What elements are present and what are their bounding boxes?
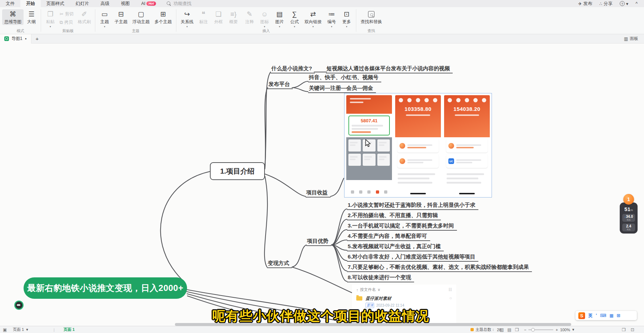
menu-view[interactable]: 视图	[115, 0, 136, 7]
help-button[interactable]: ? ▾	[617, 1, 631, 6]
menu-page-style[interactable]: 页面样式	[41, 0, 70, 7]
topic-answer[interactable]: 短视频达人通过各媒体平台发布关于小说内容的视频	[326, 65, 453, 73]
ime-toolbar[interactable]: S 英 ' ⌨ ▦ ⊞	[575, 311, 637, 320]
view-mode-2-icon[interactable]: ▤	[507, 327, 511, 332]
menu-advanced[interactable]: 高级	[95, 0, 115, 7]
upload-speed-chip: 2.4 K/s	[622, 224, 635, 231]
subtopic-button[interactable]: ⊟ 子主题	[112, 9, 130, 25]
mindmap-canvas[interactable]: 1.项目介绍 什么是小说推文? 短视频达人通过各媒体平台发布关于小说内容的视频 …	[0, 0, 644, 333]
folder-date: 2023-09-22 11:14	[376, 303, 404, 307]
ime-handwriting-icon[interactable]: ▦	[609, 313, 613, 318]
emoji-icon-button[interactable]: ☺ 图标 ▾	[257, 9, 272, 28]
topic-income[interactable]: 项目收益	[306, 189, 331, 198]
zoom-slider[interactable]	[528, 329, 553, 330]
phone3-list	[444, 168, 490, 184]
placeholder-bar	[352, 128, 378, 130]
fullscreen-icon[interactable]: ❒	[622, 327, 626, 332]
bidirectional-link-button[interactable]: ⇄ 双向链接 ▾	[302, 9, 324, 28]
mascot-icon	[399, 158, 405, 164]
ime-punctuation-icon[interactable]: '	[596, 313, 597, 318]
summary-button[interactable]: ≡} 概要	[226, 9, 241, 25]
menu-home[interactable]: 开始	[20, 0, 41, 7]
advantage-item-8[interactable]: 8.可以收徒来进行一个变现	[347, 274, 414, 282]
outline-mode-button[interactable]: ☰ 大纲	[24, 9, 39, 25]
page-select-dropdown[interactable]: 页面 1 ▾	[13, 326, 28, 333]
zoom-level[interactable]: 100%	[560, 328, 570, 332]
root-topic-banner[interactable]: 最新右豹地铁小说推文变现，日入2000+	[24, 277, 187, 299]
menu-bar: 文件 开始 页面样式 幻灯片 高级 视图 AI Hot 功能查找 ✈ 发布 ∴ …	[0, 0, 644, 7]
phone3-card-1	[446, 139, 488, 153]
ime-keyboard-icon[interactable]: ⌨	[600, 313, 606, 318]
share-icon: ∴	[599, 1, 602, 6]
find-replace-button[interactable]: 查找和替换	[358, 9, 384, 25]
file-row[interactable]: 蛋仔派对素材 置顶 2023-09-22 11:14 ○	[356, 296, 452, 308]
advantage-item-5[interactable]: 5.发布视频就可以产生收益，真正0门槛	[347, 243, 444, 251]
advantage-item-4[interactable]: 4.不需要生产内容，简单配音即可	[347, 233, 430, 241]
topic-platform-child-1[interactable]: 抖音、快手、小红书、视频号	[308, 74, 381, 82]
copy-icon: ⧉	[60, 20, 63, 25]
phone2-home-indicator	[410, 193, 426, 194]
speed-monitor-widget[interactable]: 1 51% ↓34.0 K/s 2.4 K/s	[620, 194, 638, 234]
file-sort-row[interactable]: ↑ 按文件名 ∨ ☷	[356, 287, 452, 292]
sogou-logo-icon[interactable]: S	[578, 312, 585, 319]
collapse-ribbon-button[interactable]: ^	[633, 1, 640, 6]
image-button[interactable]: ▤ 图片 ▾	[272, 9, 287, 28]
zoom-out-button[interactable]: −	[524, 328, 526, 332]
view-mode-3-icon[interactable]: ❒	[515, 327, 519, 332]
horizontal-scrollbar[interactable]	[175, 323, 571, 326]
ime-toolbox-icon[interactable]: ⊞	[617, 313, 620, 318]
group-label-clipboard: 剪贴板	[41, 29, 95, 34]
copy-button[interactable]: ⧉ 拷贝	[58, 19, 75, 26]
formula-icon: ∑	[292, 10, 297, 19]
relation-line-button[interactable]: ↪ 关系线 ▾	[178, 9, 196, 28]
advantage-item-6[interactable]: 6.对小白非常友好，入门难度远低于其他短视频等项目	[347, 253, 478, 262]
feature-search[interactable]: 功能查找	[167, 1, 191, 7]
advantage-item-1[interactable]: 1.小说推文暂时还处于蓝海阶段，抖音上明显供小于求	[347, 202, 478, 210]
topic-platform[interactable]: 发布平台	[268, 81, 293, 89]
topic-count-icon	[471, 328, 474, 331]
publish-icon: ✈	[578, 1, 582, 6]
panel-toggle-button[interactable]: ▥ 面板	[624, 36, 644, 42]
placeholder-bar	[350, 98, 371, 99]
multi-topic-button[interactable]: ⊞ 多个主题	[152, 9, 174, 25]
topic-advantage[interactable]: 项目优势	[306, 238, 331, 246]
add-tab-button[interactable]: +	[31, 36, 43, 42]
page-overview-icon[interactable]: ▣	[3, 326, 7, 333]
mindmap-mode-button[interactable]: ⌘ 思维导图	[2, 9, 24, 25]
cut-button[interactable]: ✂ 剪切	[58, 11, 75, 17]
select-radio-icon[interactable]: ○	[449, 296, 452, 301]
topic-question[interactable]: 什么是小说推文?	[271, 65, 315, 73]
placeholder-bar	[406, 114, 430, 116]
placeholder-card	[348, 139, 361, 152]
topic-monetize[interactable]: 变现方式	[267, 260, 292, 268]
formula-button[interactable]: ∑ 公式 ▾	[287, 9, 302, 28]
paste-button[interactable]: ❐ 粘贴 ▾	[43, 9, 57, 28]
subtopic-icon: ⊟	[118, 10, 124, 19]
advantage-item-2[interactable]: 2.不用拍摄出镜、不用直播、只需剪辑	[347, 212, 441, 220]
fit-window-icon[interactable]: ⊡	[631, 327, 634, 332]
panel-icon: ▥	[624, 36, 628, 41]
advantage-item-7[interactable]: 7.只要足够耐心，不断去优化视频、素材、选文，积累实战经验都能拿到成果	[347, 264, 532, 272]
advantage-item-3[interactable]: 3.一台手机就可以搞定，不需要耗费太多时间	[347, 222, 457, 231]
menu-slides[interactable]: 幻灯片	[70, 0, 95, 7]
central-topic[interactable]: 1.项目介绍	[210, 162, 265, 180]
ime-language-toggle[interactable]: 英	[588, 313, 593, 319]
active-page-tab[interactable]: 页面 1	[64, 326, 75, 333]
publish-button[interactable]: ✈ 发布	[575, 1, 595, 7]
zoom-slider-knob[interactable]	[531, 328, 535, 332]
topic-platform-child-2[interactable]: 关键词—注册—会员—佣金	[308, 85, 376, 93]
menu-file[interactable]: 文件	[0, 0, 20, 7]
zoom-in-button[interactable]: +	[555, 328, 558, 332]
topic-button[interactable]: ▭ 主题 ▾	[97, 9, 112, 28]
format-painter-button[interactable]: ✐ 格式刷	[76, 9, 93, 25]
note-button[interactable]: ✎ 注释	[242, 9, 257, 25]
floating-topic-button[interactable]: ▢ 浮动主题	[130, 9, 152, 25]
callout-button[interactable]: ❝ 标注	[196, 9, 211, 25]
more-button[interactable]: ⊡ 更多 ▾	[339, 9, 354, 28]
menu-ai[interactable]: AI Hot	[136, 0, 162, 7]
frame-button[interactable]: ❏ 外框	[211, 9, 226, 25]
map-tab[interactable]: 导图1 ●	[0, 34, 31, 43]
view-mode-1-icon[interactable]: ▥	[500, 327, 504, 332]
numbering-button[interactable]: ≔ 编号 ▾	[324, 9, 339, 28]
share-button[interactable]: ∴ 分享	[597, 1, 615, 7]
